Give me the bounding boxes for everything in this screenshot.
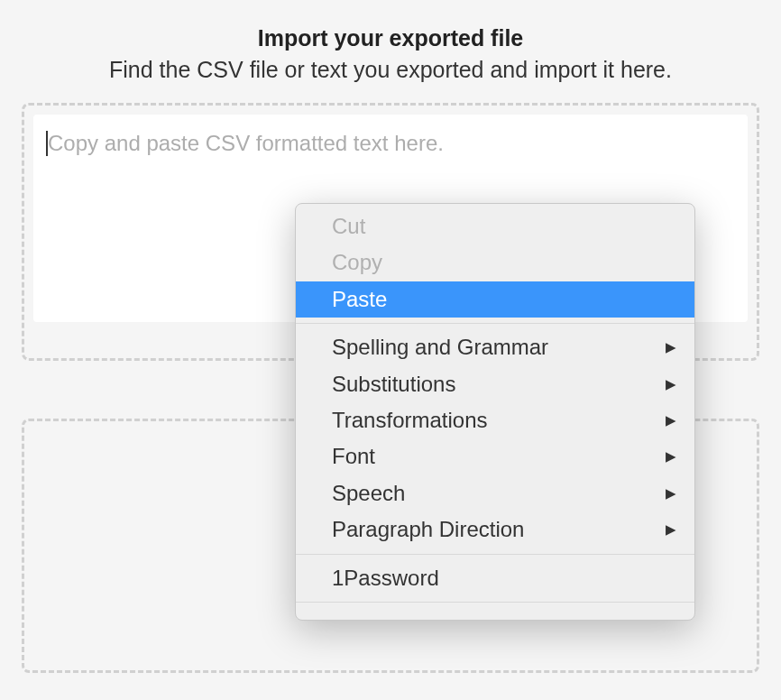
submenu-arrow-icon: ▶	[666, 447, 676, 465]
text-cursor	[46, 131, 48, 156]
context-menu: Cut Copy Paste Spelling and Grammar ▶ Su…	[295, 203, 695, 621]
submenu-arrow-icon: ▶	[666, 338, 676, 356]
menu-item-label: Paste	[332, 285, 387, 314]
menu-item-label: Substitutions	[332, 370, 455, 399]
menu-item-1password[interactable]: 1Password	[296, 560, 694, 596]
page-title: Import your exported file	[0, 25, 781, 51]
menu-item-paragraph-direction[interactable]: Paragraph Direction ▶	[296, 511, 694, 548]
submenu-arrow-icon: ▶	[666, 520, 676, 539]
menu-item-copy: Copy	[296, 244, 694, 281]
menu-separator	[296, 323, 694, 324]
menu-item-spelling-grammar[interactable]: Spelling and Grammar ▶	[296, 329, 694, 365]
menu-item-label: Spelling and Grammar	[332, 333, 548, 362]
submenu-arrow-icon: ▶	[666, 375, 676, 393]
menu-separator	[296, 602, 694, 603]
submenu-arrow-icon: ▶	[666, 484, 676, 502]
menu-separator	[296, 554, 694, 555]
menu-item-label: Transformations	[332, 406, 488, 435]
menu-item-label: Cut	[332, 212, 365, 241]
menu-item-transformations[interactable]: Transformations ▶	[296, 402, 694, 438]
menu-item-font[interactable]: Font ▶	[296, 438, 694, 474]
menu-item-label: Copy	[332, 248, 382, 277]
menu-item-paste[interactable]: Paste	[296, 281, 694, 318]
menu-item-label: Speech	[332, 479, 405, 508]
menu-item-speech[interactable]: Speech ▶	[296, 475, 694, 511]
menu-item-label: Font	[332, 442, 375, 471]
menu-item-substitutions[interactable]: Substitutions ▶	[296, 366, 694, 402]
page-subtitle: Find the CSV file or text you exported a…	[0, 57, 781, 83]
menu-item-label: Paragraph Direction	[332, 515, 524, 544]
page-header: Import your exported file Find the CSV f…	[0, 0, 781, 83]
submenu-arrow-icon: ▶	[666, 411, 676, 429]
menu-item-label: 1Password	[332, 564, 439, 593]
menu-item-cut: Cut	[296, 208, 694, 244]
textarea-placeholder: Copy and paste CSV formatted text here.	[48, 131, 444, 155]
menu-item-inspect-element[interactable]	[296, 608, 694, 615]
